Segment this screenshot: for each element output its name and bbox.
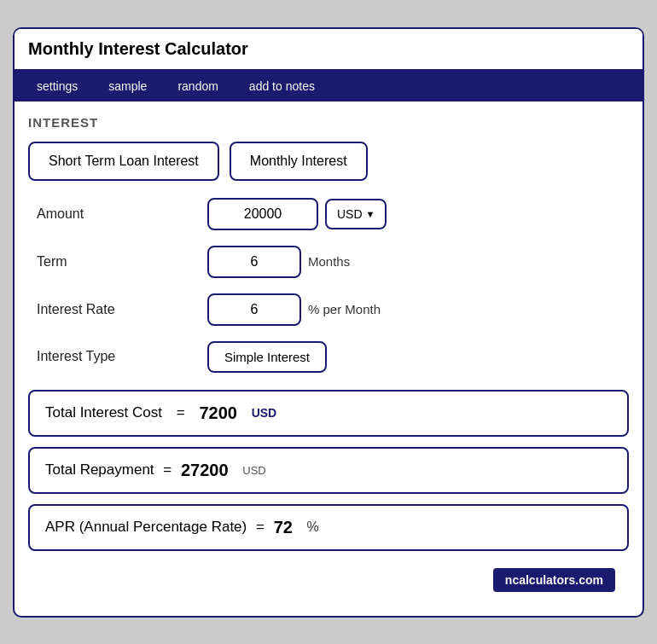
rate-row: Interest Rate % per Month <box>37 293 620 326</box>
apr-space <box>298 519 302 536</box>
total-repayment-label: Total Repayment <box>45 461 154 479</box>
brand-bar: ncalculators.com <box>28 561 629 602</box>
rate-label: Interest Rate <box>37 302 207 317</box>
total-interest-space <box>242 404 247 421</box>
repayment-eq: = <box>160 461 176 479</box>
apr-row: APR (Annual Percentage Rate) = 72 % <box>28 504 629 551</box>
monthly-interest-btn[interactable]: Monthly Interest <box>230 142 368 181</box>
rate-input[interactable] <box>207 293 301 326</box>
term-row: Term Months <box>37 246 620 278</box>
term-unit: Months <box>308 254 350 269</box>
apr-value: 72 <box>274 518 293 537</box>
rate-unit: % per Month <box>308 302 381 316</box>
total-repayment-value: 27200 <box>181 461 229 480</box>
nav-add-to-notes[interactable]: add to notes <box>234 71 330 102</box>
section-label: INTEREST <box>28 115 629 130</box>
nav-settings[interactable]: settings <box>21 71 93 102</box>
term-input[interactable] <box>207 246 301 278</box>
repayment-space <box>234 461 238 479</box>
term-label: Term <box>37 254 207 270</box>
total-interest-eq <box>167 404 172 421</box>
rate-input-group: % per Month <box>207 293 381 326</box>
total-interest-row: Total Interest Cost = 7200 USD <box>28 390 629 437</box>
type-selector: Short Term Loan Interest Monthly Interes… <box>28 142 629 181</box>
amount-label: Amount <box>37 206 207 222</box>
nav-bar: settings sample random add to notes <box>15 71 642 102</box>
app-title: Monthly Interest Calculator <box>28 39 248 58</box>
total-interest-label: Total Interest Cost <box>45 404 162 421</box>
currency-dropdown[interactable]: USD ▼ <box>325 199 387 229</box>
total-interest-currency: USD <box>252 406 277 420</box>
equals-sign-1: = <box>177 404 185 421</box>
nav-random[interactable]: random <box>162 71 233 102</box>
total-repayment-currency: USD <box>242 464 265 477</box>
brand-badge: ncalculators.com <box>493 568 615 592</box>
amount-input-group: USD ▼ <box>207 198 387 230</box>
apr-label: APR (Annual Percentage Rate) <box>45 519 247 536</box>
currency-label: USD <box>337 207 363 221</box>
title-bar: Monthly Interest Calculator <box>15 29 642 71</box>
apr-unit: % <box>307 519 319 535</box>
interest-type-dropdown[interactable]: Simple Interest <box>207 341 327 373</box>
total-interest-eq-space <box>190 404 195 421</box>
total-interest-value: 7200 <box>199 403 237 423</box>
apr-eq: = <box>252 519 268 536</box>
total-repayment-row: Total Repayment = 27200 USD <box>28 447 629 494</box>
interest-type-row: Interest Type Simple Interest <box>37 341 620 373</box>
short-term-loan-btn[interactable]: Short Term Loan Interest <box>28 142 219 181</box>
amount-input[interactable] <box>207 198 318 230</box>
interest-type-input-group: Simple Interest <box>207 341 327 373</box>
main-content: INTEREST Short Term Loan Interest Monthl… <box>15 102 642 616</box>
amount-row: Amount USD ▼ <box>37 198 620 230</box>
nav-sample[interactable]: sample <box>93 71 162 102</box>
calculator-container: Monthly Interest Calculator settings sam… <box>13 27 644 618</box>
dropdown-arrow-icon: ▼ <box>366 209 375 219</box>
results-section: Total Interest Cost = 7200 USD Total Rep… <box>28 390 629 551</box>
term-input-group: Months <box>207 246 350 278</box>
interest-type-label: Interest Type <box>37 349 207 364</box>
input-fields: Amount USD ▼ Term Months <box>28 198 629 373</box>
